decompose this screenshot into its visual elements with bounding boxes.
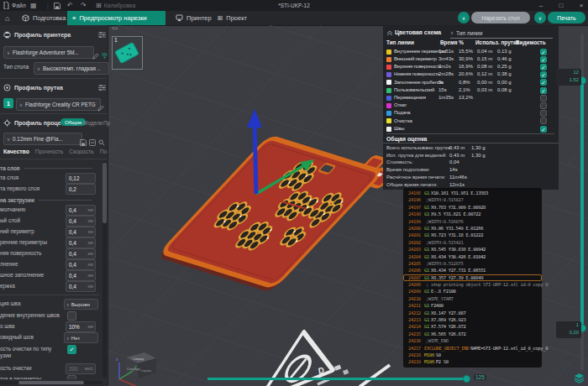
- gcode-line[interactable]: 24217EXCLUDE_OBJECT_ENDNAME=STI-UKP-12.s…: [403, 345, 542, 352]
- minimize-button[interactable]: –: [534, 0, 548, 11]
- scrollbar-thumb[interactable]: [102, 163, 107, 223]
- slice-options-chevron[interactable]: ∨: [458, 12, 470, 23]
- setting-checkbox[interactable]: ✓: [67, 345, 76, 354]
- gcode-line[interactable]: 24205;WIDTH:0.512875: [403, 260, 542, 267]
- visibility-checkbox[interactable]: ✓: [540, 56, 547, 63]
- setting-value-input[interactable]: 0,4мм: [66, 259, 96, 270]
- collapse-panel-icon[interactable]: [386, 29, 393, 37]
- gcode-line[interactable]: 24208; stop printing object STI-UKP-12.s…: [403, 281, 542, 288]
- setting-value-input[interactable]: 0,4мм: [66, 237, 96, 248]
- setting-checkbox[interactable]: [67, 375, 76, 379]
- setting-value-input[interactable]: 0,12: [66, 173, 96, 184]
- visibility-checkbox[interactable]: [540, 95, 547, 102]
- process-preset-select[interactable]: ∨ 0.12mm Fine @Fla...: [3, 133, 82, 145]
- print-options-chevron[interactable]: ∨: [534, 12, 546, 23]
- settings-horizontal-scrollbar[interactable]: [0, 381, 102, 384]
- visibility-checkbox[interactable]: ✓: [540, 49, 547, 55]
- gcode-line[interactable]: 24197G1X9.783 Y31.909 E.00928: [403, 204, 542, 211]
- gcode-line-selected[interactable]: 24207G1X8.357 Y27.39 E.00849: [403, 274, 542, 281]
- setting-checkbox[interactable]: [67, 311, 76, 321]
- filament-preset-select[interactable]: ∨ Flashforge Creality CR PETG: [16, 98, 101, 111]
- tab-quality[interactable]: Качество: [3, 149, 29, 154]
- gcode-line[interactable]: 24214G1X7.574 Y26.872: [403, 323, 542, 330]
- save-preset-icon[interactable]: [80, 134, 87, 149]
- tab-strength[interactable]: Прочность: [35, 149, 63, 154]
- gcode-line[interactable]: 24203G1X8.545 Y30.838 E.00942: [403, 246, 542, 253]
- setting-value-input[interactable]: 0,4мм: [66, 205, 96, 216]
- setting-value-input[interactable]: 0,2: [66, 184, 96, 195]
- setting-value-input[interactable]: 0,4мм: [66, 270, 96, 281]
- setting-value-input[interactable]: 0,4мм: [66, 248, 96, 259]
- gcode-line[interactable]: 24213G1X7.869 Y26.923: [403, 316, 542, 323]
- scrollbar-thumb[interactable]: [18, 381, 84, 384]
- plate-thumbnail[interactable]: 1: [112, 36, 143, 70]
- remove-preset-icon[interactable]: [89, 134, 96, 149]
- orientation-cube[interactable]: Сверху Спереди Справа y x z: [116, 352, 156, 386]
- gcode-line[interactable]: 24201G1X8.723 Y31.18 E.01222: [403, 232, 542, 238]
- tab-more[interactable]: По.: [100, 149, 108, 154]
- tab-project[interactable]: ⊞ Проект: [213, 11, 252, 25]
- setting-select[interactable]: ∨Нет: [64, 332, 98, 343]
- setting-value-input[interactable]: 10%мм: [66, 321, 96, 332]
- visibility-checkbox[interactable]: ✓: [540, 87, 547, 94]
- move-slider-handle[interactable]: [463, 375, 470, 383]
- process-scope-global[interactable]: Общие: [60, 118, 86, 126]
- print-button[interactable]: Печать: [548, 12, 585, 23]
- tab-printer[interactable]: Принтер: [171, 11, 217, 25]
- gcode-toggle-icon[interactable]: < >: [112, 25, 117, 31]
- gcode-line[interactable]: 24219M106P2 S0: [403, 358, 542, 365]
- tab-preview[interactable]: ≡ Предпросмотр нарезки: [67, 11, 165, 25]
- setting-value-input[interactable]: 200мм/с: [66, 363, 96, 374]
- gcode-panel[interactable]: 24195G1X10.161 Y31.951 E.1358324196;WIDT…: [403, 188, 542, 368]
- process-scope-objects[interactable]: Модели: [83, 120, 102, 126]
- layers-icon[interactable]: [574, 372, 585, 386]
- gcode-line[interactable]: 24202;WIDTH:0.515421: [403, 239, 542, 246]
- gcode-line[interactable]: 24215G1X6.565 Y26.872: [403, 331, 542, 337]
- gcode-line[interactable]: 24195G1X10.161 Y31.951 E.13583: [403, 190, 542, 196]
- printer-preset-select[interactable]: ∨ Flashforge Adventurer 5M...: [3, 46, 94, 59]
- edit-printer-icon[interactable]: [92, 48, 99, 63]
- home-button[interactable]: ⌂: [0, 11, 14, 25]
- setting-value-input[interactable]: 0,4мм: [66, 216, 96, 227]
- gcode-line[interactable]: 24199;WIDTH:0.516076: [403, 218, 542, 225]
- tab-speed[interactable]: Скорость: [69, 149, 93, 154]
- filament-slot-1[interactable]: 1: [3, 98, 13, 108]
- setting-select[interactable]: ∨Выровн: [64, 299, 98, 310]
- gcode-line[interactable]: 24206G1X8.434 Y27.731 E.06551: [403, 267, 542, 274]
- process-scope-extra[interactable]: Пр: [103, 120, 110, 126]
- gcode-line[interactable]: 24200G1X9.06 Y31.549 E.01266: [403, 225, 542, 232]
- close-button[interactable]: ×: [575, 0, 588, 11]
- bed-type-select[interactable]: ∨ Высокотемп. гладкая ..: [34, 62, 109, 75]
- slice-plate-button[interactable]: Нарезать стол: [471, 12, 530, 23]
- setting-value-input[interactable]: 0,4мм: [66, 281, 96, 292]
- settings-vertical-scrollbar[interactable]: [102, 161, 107, 378]
- visibility-checkbox[interactable]: [540, 117, 547, 124]
- visibility-checkbox[interactable]: ✓: [540, 71, 547, 78]
- printer-settings-icon[interactable]: [98, 31, 106, 39]
- visibility-checkbox[interactable]: ✓: [540, 126, 547, 133]
- view-type-select[interactable]: ∨ Тип линии: [450, 28, 553, 39]
- sliced-model[interactable]: [156, 127, 401, 295]
- gcode-line[interactable]: 24212G1X8.147 Y27.087: [403, 310, 542, 316]
- move-slider-track[interactable]: [207, 378, 467, 380]
- visibility-checkbox[interactable]: ✓: [540, 79, 547, 86]
- visibility-checkbox[interactable]: [540, 102, 547, 109]
- visibility-checkbox[interactable]: ✓: [540, 64, 547, 70]
- gcode-line[interactable]: 24196;WIDTH:0.515027: [403, 196, 542, 203]
- gcode-line[interactable]: 24210;WIPE_START: [403, 295, 542, 302]
- gcode-line[interactable]: 24211G1F2400: [403, 302, 542, 309]
- gcode-line[interactable]: 24198G1X9.5 Y31.821 E.00722: [403, 211, 542, 217]
- visibility-checkbox[interactable]: [540, 110, 547, 117]
- setting-value-input[interactable]: 0,4мм: [66, 227, 96, 237]
- layer-slider-range[interactable]: [580, 81, 584, 328]
- maximize-button[interactable]: □: [554, 0, 568, 11]
- tab-prepare[interactable]: Подготовка: [17, 11, 71, 25]
- wifi-icon[interactable]: [101, 47, 108, 62]
- gcode-line[interactable]: 24209G1E-.8 F2100: [403, 288, 542, 295]
- gcode-line[interactable]: 24204G1X8.434 Y30.426 E.01042: [403, 253, 542, 260]
- filament-settings-icon[interactable]: [98, 84, 106, 92]
- search-icon[interactable]: [98, 134, 105, 149]
- legend-row: Верхняя поверхность2m2s16,9%0,08 m0,25 g…: [383, 63, 559, 70]
- gcode-line[interactable]: 24218M106S0: [403, 352, 542, 358]
- gcode-line[interactable]: 24216;WIPE_END: [403, 337, 542, 344]
